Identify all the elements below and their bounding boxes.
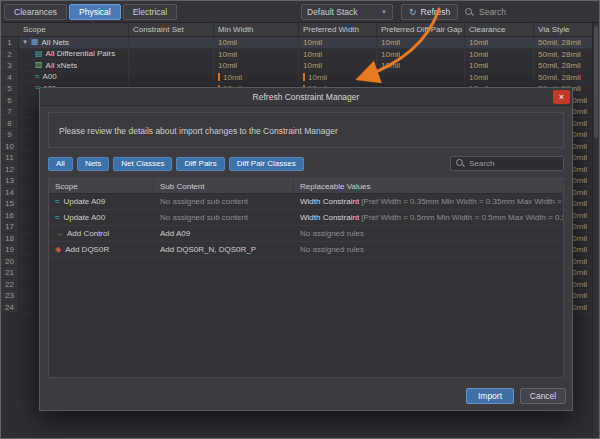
import-button[interactable]: Import (466, 388, 514, 404)
cancel-button[interactable]: Cancel (520, 388, 566, 404)
cell-value: 0mil (572, 268, 587, 277)
row-number: 17 (1, 221, 19, 233)
cell-value: 0mil (572, 211, 587, 220)
tab-electrical[interactable]: Electrical (123, 4, 177, 20)
dialog-column-header-sub_content[interactable]: Sub Content (154, 179, 294, 194)
dialog-titlebar[interactable]: Refresh Constraint Manager × (40, 88, 572, 106)
column-header-preferred_width[interactable]: Preferred Width (299, 23, 377, 37)
cell-value: 10mil (469, 61, 488, 70)
column-header-min_width[interactable]: Min Width (214, 23, 299, 37)
dialog-table-row[interactable]: ≈Update A00No assigned sub contentWidth … (49, 210, 563, 226)
column-header-diff_pair_gap[interactable]: Preferred Diff Pair Gap (377, 23, 465, 37)
toolbar-tabs: ClearancesPhysicalElectrical (4, 4, 177, 20)
tab-physical[interactable]: Physical (69, 4, 121, 20)
cell-via_style[interactable]: 50mil, 28mil (534, 49, 594, 61)
cell-diff_pair_gap[interactable]: 10mil (377, 37, 465, 49)
close-icon[interactable]: × (553, 90, 570, 104)
refresh-button[interactable]: ↻ Refresh (401, 4, 458, 20)
cell-value: 10mil (218, 50, 237, 59)
stack-select[interactable]: Default Stack ▼ (301, 4, 393, 20)
row-number: 10 (1, 141, 19, 153)
cell-constraint_set[interactable] (129, 37, 214, 49)
cell-clearance[interactable]: 10mil (465, 49, 534, 61)
dialog-row-values: No assigned rules (294, 242, 563, 258)
toolbar-search-placeholder: Search (479, 7, 506, 17)
scrollbar-thumb[interactable] (594, 26, 598, 138)
search-icon (465, 8, 474, 17)
column-header-via_style[interactable]: Via Style (534, 23, 594, 37)
filter-diff-pairs[interactable]: Diff Pairs (176, 157, 224, 171)
cell-preferred_width[interactable]: 10mil (299, 37, 377, 49)
cell-constraint_set[interactable] (129, 60, 214, 72)
cell-value: 0mil (572, 165, 587, 174)
cell-constraint_set[interactable] (129, 72, 214, 84)
xnet-classes-icon: ▧ (35, 61, 43, 69)
filter-nets[interactable]: Nets (77, 157, 109, 171)
cell-min_width[interactable]: 10mil (214, 49, 299, 61)
cell-clearance[interactable]: 10mil (465, 60, 534, 72)
dialog-row-scope-label: Add DQS0R (65, 245, 109, 254)
vertical-scrollbar[interactable] (592, 23, 599, 438)
cell-via_style[interactable]: 50mil, 28mil (534, 60, 594, 72)
cell-via_style[interactable]: 50mil, 28mil (534, 72, 594, 84)
scope-label: All Nets (42, 37, 70, 48)
dialog-table-row[interactable]: →Add ControlAdd A09No assigned rules (49, 226, 563, 242)
cell-value: 50mil, 28mil (538, 61, 581, 70)
cell-constraint_set[interactable] (129, 49, 214, 61)
cell-value: 0mil (572, 107, 587, 116)
toolbar-search-input[interactable]: Search (465, 5, 587, 19)
table-row[interactable]: 2▤All Differential Pairs10mil10mil10mil1… (1, 49, 592, 61)
cell-scope: ▼▦All Nets (19, 37, 129, 49)
table-row[interactable]: 4≈A0010mil10mil10mil50mil, 28mil (1, 72, 592, 84)
cell-diff_pair_gap[interactable] (377, 72, 465, 84)
net-icon: ≈ (55, 197, 59, 206)
column-header-scope[interactable]: Scope (19, 23, 129, 37)
modified-indicator (303, 73, 305, 81)
cell-min_width[interactable]: 10mil (214, 37, 299, 49)
dialog-row-subcontent: Add DQS0R_N, DQS0R_P (154, 242, 294, 258)
dialog-table-row[interactable]: ◈Add DQS0RAdd DQS0R_N, DQS0R_PNo assigne… (49, 242, 563, 258)
cell-value: 10mil (381, 61, 400, 70)
dialog-row-scope-label: Update A09 (63, 197, 105, 206)
expand-arrow-icon[interactable]: ▼ (22, 37, 28, 48)
cell-min_width[interactable]: 10mil (214, 72, 299, 84)
table-row[interactable]: 1▼▦All Nets10mil10mil10mil10mil50mil, 28… (1, 37, 592, 49)
cell-via_style[interactable]: 50mil, 28mil (534, 37, 594, 49)
dialog-column-header-values[interactable]: Replaceable Values (294, 179, 563, 194)
cell-diff_pair_gap[interactable]: 10mil (377, 60, 465, 72)
filter-diff-pair-classes[interactable]: Diff Pair Classes (229, 157, 304, 171)
cell-min_width[interactable]: 10mil (214, 60, 299, 72)
cell-clearance[interactable]: 10mil (465, 72, 534, 84)
column-header-constraint_set[interactable]: Constraint Set (129, 23, 214, 37)
row-number: 15 (1, 198, 19, 210)
cell-value: 10mil (469, 73, 488, 82)
filter-all[interactable]: All (48, 157, 73, 171)
cell-clearance[interactable]: 10mil (465, 37, 534, 49)
cell-preferred_width[interactable]: 10mil (299, 60, 377, 72)
dialog-row-values: No assigned rules (294, 226, 563, 242)
filter-net-classes[interactable]: Net Classes (113, 157, 172, 171)
row-number: 2 (1, 49, 19, 61)
tab-clearances[interactable]: Clearances (4, 4, 67, 20)
refresh-dialog: Refresh Constraint Manager × Please revi… (39, 87, 573, 411)
grid-header: ScopeConstraint SetMin WidthPreferred Wi… (1, 23, 592, 37)
dialog-row-scope: ◈Add DQS0R (49, 242, 154, 258)
control-icon: → (55, 229, 63, 238)
cell-preferred_width[interactable]: 10mil (299, 49, 377, 61)
table-row[interactable]: 3▧All xNets10mil10mil10mil10mil50mil, 28… (1, 60, 592, 72)
cell-value: 10mil (308, 73, 327, 82)
dialog-search-input[interactable]: Search (450, 156, 564, 171)
dialog-table-row[interactable]: ≈Update A09No assigned sub contentWidth … (49, 194, 563, 210)
chevron-down-icon: ▼ (381, 9, 387, 15)
dialog-column-header-scope[interactable]: Scope (49, 179, 154, 194)
cell-value: 0mil (572, 96, 587, 105)
cell-preferred_width[interactable]: 10mil (299, 72, 377, 84)
cell-diff_pair_gap[interactable]: 10mil (377, 49, 465, 61)
column-header-clearance[interactable]: Clearance (465, 23, 534, 37)
modified-indicator (218, 73, 220, 81)
dialog-row-subcontent: No assigned sub content (154, 210, 294, 226)
diff-pair-classes-icon: ▤ (35, 50, 43, 58)
row-number: 22 (1, 279, 19, 291)
cell-scope: ≈A00 (19, 72, 129, 84)
row-number: 1 (1, 37, 19, 49)
